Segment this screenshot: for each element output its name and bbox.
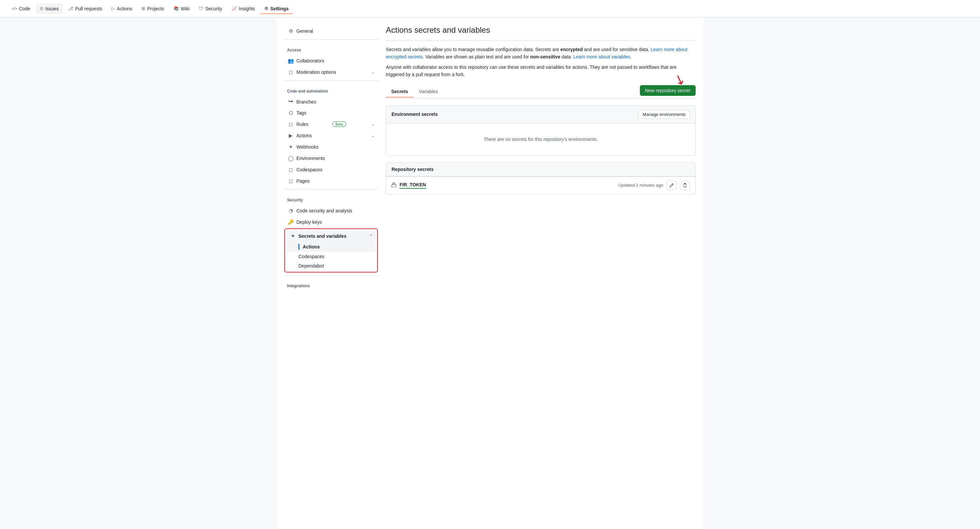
sidebar-item-branches[interactable]: ⮩ Branches — [285, 96, 378, 107]
tags-icon: ⌬ — [288, 110, 294, 116]
sidebar-item-codespaces[interactable]: ◻ Codespaces — [285, 164, 378, 175]
sidebar-item-collaborators[interactable]: 👥 Collaborators — [285, 55, 378, 67]
sidebar-item-deploy-keys[interactable]: 🔑 Deploy keys — [285, 217, 378, 228]
active-indicator — [298, 244, 299, 250]
general-icon: ⚙ — [288, 28, 294, 34]
secret-name: FIR_TOKEN — [399, 182, 615, 189]
issues-icon: ⊙ — [40, 6, 43, 11]
pages-icon: ◻ — [288, 178, 294, 184]
environments-icon: ◯ — [288, 155, 294, 161]
tabs-row: Secrets Variables New repository secret — [386, 85, 695, 99]
edit-secret-button[interactable] — [667, 181, 676, 190]
projects-icon: ⊞ — [142, 6, 145, 11]
nav-security[interactable]: 🛡 Security — [195, 3, 226, 14]
codespaces-icon: ◻ — [288, 167, 294, 173]
manage-environments-button[interactable]: Manage environments — [638, 110, 690, 119]
beta-badge: Beta — [332, 121, 346, 127]
tab-secrets[interactable]: Secrets — [386, 86, 414, 97]
environment-secrets-header: Environment secrets Manage environments — [386, 106, 695, 123]
sidebar-item-webhooks[interactable]: ✦ Webhooks — [285, 141, 378, 153]
link-variables[interactable]: Learn more about variables — [573, 54, 630, 59]
secrets-chevron: ⌃ — [369, 234, 372, 239]
sidebar-item-secrets-variables[interactable]: ✦ Secrets and variables ⌃ — [286, 230, 376, 242]
nav-actions[interactable]: ▷ Actions — [108, 3, 136, 14]
sidebar-sub-dependabot[interactable]: Dependabot — [286, 261, 376, 271]
moderation-icon: ◻ — [288, 69, 294, 75]
sidebar-group-access: Access — [285, 42, 378, 55]
new-secret-button[interactable]: New repository secret — [640, 85, 695, 96]
sidebar-item-actions[interactable]: ▶ Actions ⌄ — [285, 130, 378, 141]
secret-row-fir-token: FIR_TOKEN Updated 2 minutes ago — [386, 176, 695, 194]
nav-insights[interactable]: 📈 Insights — [228, 3, 259, 14]
sidebar-item-moderation[interactable]: ◻ Moderation options ⌄ — [285, 67, 378, 78]
nav-settings[interactable]: ⚙ Settings — [260, 3, 293, 14]
sidebar: ⚙ General Access 👥 Collaborators ◻ Moder… — [285, 25, 378, 521]
deploy-keys-icon: 🔑 — [288, 219, 294, 225]
tabs-area: Secrets Variables New repository secret … — [386, 85, 695, 99]
sidebar-divider-integrations — [285, 275, 378, 276]
nav-wiki[interactable]: 📚 Wiki — [170, 3, 194, 14]
sidebar-item-rules[interactable]: ◻ Rules Beta ⌄ — [285, 119, 378, 130]
rules-chevron: ⌄ — [372, 122, 374, 127]
secret-updated: Updated 2 minutes ago — [619, 183, 663, 188]
description-2: Anyone with collaborator access to this … — [386, 64, 695, 78]
repository-secrets-header: Repository secrets — [386, 163, 695, 176]
secrets-variables-section: ✦ Secrets and variables ⌃ Actions Codesp… — [285, 228, 378, 272]
environment-secrets-card: Environment secrets Manage environments … — [386, 105, 695, 156]
page-title: Actions secrets and variables — [386, 25, 695, 40]
nav-projects[interactable]: ⊞ Projects — [137, 3, 168, 14]
security-icon: 🛡 — [199, 6, 203, 11]
sidebar-group-integrations: Integrations — [285, 278, 378, 291]
description-1: Secrets and variables allow you to manag… — [386, 46, 695, 61]
top-navigation: <> Code ⊙ Issues ⎇ Pull requests ▷ Actio… — [0, 0, 980, 18]
branches-icon: ⮩ — [288, 99, 294, 105]
sidebar-item-pages[interactable]: ◻ Pages — [285, 175, 378, 187]
actions-icon: ▷ — [111, 6, 115, 11]
secret-underline — [399, 188, 426, 189]
env-secrets-empty: There are no secrets for this repository… — [386, 123, 695, 155]
delete-secret-button[interactable] — [680, 181, 690, 190]
actions-sidebar-icon: ▶ — [288, 132, 294, 139]
nav-issues[interactable]: ⊙ Issues — [36, 3, 63, 14]
secrets-icon: ✦ — [290, 233, 296, 239]
sidebar-item-tags[interactable]: ⌬ Tags — [285, 107, 378, 119]
repository-secrets-card: Repository secrets FIR_TOKEN Updated 2 m… — [386, 162, 695, 194]
nav-code[interactable]: <> Code — [8, 3, 34, 14]
tab-variables[interactable]: Variables — [414, 86, 443, 97]
page-layout: ⚙ General Access 👥 Collaborators ◻ Moder… — [276, 18, 704, 529]
sidebar-item-code-security[interactable]: ◔ Code security and analysis — [285, 205, 378, 217]
sidebar-group-code: Code and automation — [285, 83, 378, 96]
sidebar-group-security: Security — [285, 192, 378, 205]
moderation-chevron: ⌄ — [372, 70, 374, 75]
wiki-icon: 📚 — [173, 6, 179, 11]
sidebar-divider-code — [285, 80, 378, 81]
lock-icon — [391, 182, 396, 188]
code-icon: <> — [12, 6, 17, 11]
code-security-icon: ◔ — [288, 208, 294, 214]
pull-requests-icon: ⎇ — [68, 6, 73, 11]
sidebar-item-general[interactable]: ⚙ General — [285, 25, 378, 37]
rules-icon: ◻ — [288, 121, 294, 127]
collaborators-icon: 👥 — [288, 58, 294, 64]
main-content: Actions secrets and variables Secrets an… — [386, 25, 695, 521]
tabs: Secrets Variables — [386, 86, 443, 97]
webhooks-icon: ✦ — [288, 144, 294, 150]
sidebar-sub-codespaces[interactable]: Codespaces — [286, 252, 376, 261]
svg-rect-0 — [392, 184, 396, 187]
actions-chevron: ⌄ — [372, 134, 374, 138]
nav-pull-requests[interactable]: ⎇ Pull requests — [64, 3, 106, 14]
sidebar-item-environments[interactable]: ◯ Environments — [285, 153, 378, 164]
settings-icon: ⚙ — [264, 6, 268, 11]
sidebar-sub-actions[interactable]: Actions — [286, 242, 376, 252]
insights-icon: 📈 — [232, 6, 237, 11]
